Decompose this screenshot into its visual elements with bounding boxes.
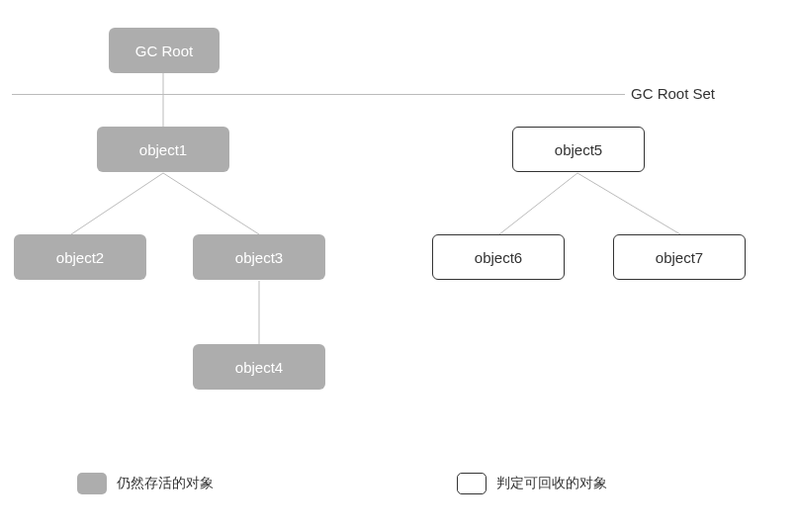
node-object3: object3 <box>193 234 325 280</box>
node-object2: object2 <box>14 234 146 280</box>
edge-object1-object3 <box>163 173 259 234</box>
node-gcroot-label: GC Root <box>135 43 193 59</box>
node-object6: object6 <box>432 234 565 280</box>
node-object3-label: object3 <box>235 249 283 266</box>
legend-dead-label: 判定可回收的对象 <box>496 475 607 492</box>
node-object4: object4 <box>193 344 325 390</box>
node-object7-label: object7 <box>656 249 703 266</box>
node-object1: object1 <box>97 127 229 172</box>
gc-root-divider-label: GC Root Set <box>631 85 715 102</box>
node-object5-label: object5 <box>555 141 602 158</box>
legend-dead: 判定可回收的对象 <box>457 473 607 494</box>
edge-object5-object7 <box>577 173 680 234</box>
edge-object1-object2 <box>71 173 163 234</box>
edge-object5-object6 <box>499 173 577 234</box>
legend-alive: 仍然存活的对象 <box>77 473 214 494</box>
legend-alive-label: 仍然存活的对象 <box>117 475 214 492</box>
node-object5: object5 <box>512 127 645 172</box>
legend-swatch-dead <box>457 473 487 494</box>
diagram-canvas: GC Root Set GC Root object1 object2 obje… <box>0 0 797 532</box>
node-object4-label: object4 <box>235 359 283 376</box>
node-object1-label: object1 <box>139 141 187 158</box>
node-object7: object7 <box>613 234 746 280</box>
node-object6-label: object6 <box>475 249 522 266</box>
gc-root-divider <box>12 94 625 95</box>
node-object2-label: object2 <box>56 249 104 266</box>
legend-swatch-alive <box>77 473 107 494</box>
node-gcroot: GC Root <box>109 28 220 73</box>
